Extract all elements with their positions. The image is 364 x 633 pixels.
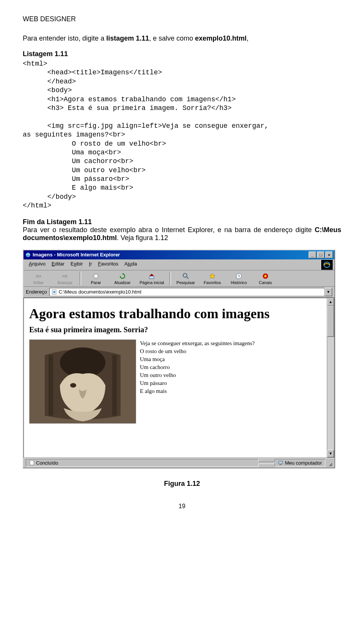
- after-text-2: . Veja figura 1.12: [117, 234, 168, 242]
- menu-arquivo[interactable]: Arquivo: [26, 260, 49, 269]
- addressbar: Endereço C:\Meus documentos\exemplo10.ht…: [24, 287, 334, 298]
- search-label: Pesquisar: [176, 280, 195, 285]
- refresh-button[interactable]: Atualizar: [109, 271, 136, 286]
- status-right-text: Meu computador: [285, 460, 322, 466]
- page-number: 19: [23, 503, 341, 510]
- stop-button[interactable]: Parar: [83, 271, 109, 286]
- svg-rect-13: [49, 355, 53, 416]
- address-value: C:\Meus documentos\exemplo10.html: [59, 289, 141, 295]
- intro-bold-1: listagem 1.11: [106, 35, 149, 42]
- content-text: Veja se conseguer enxergar, as seguintes…: [140, 339, 255, 424]
- svg-rect-15: [30, 460, 34, 465]
- back-button[interactable]: ⇦ Voltar: [25, 271, 52, 286]
- intro-bold-2: exemplo10.html: [195, 35, 246, 42]
- listing-title: Listagem 1.11: [23, 50, 341, 58]
- ie-logo-icon: [321, 259, 333, 270]
- ct-line2: O rosto de um velho: [140, 348, 186, 354]
- page-icon: [29, 460, 35, 465]
- menubar: Arquivo Editar Exibir Ir Favoritos Ajuda: [24, 259, 334, 270]
- ct-line6: Um pássaro: [140, 380, 167, 386]
- svg-point-11: [60, 347, 105, 378]
- channels-button[interactable]: Canais: [252, 271, 279, 286]
- after-listing-paragraph: Fim da Listagem 1.11 Para ver o resultad…: [23, 218, 341, 242]
- status-right: Meu computador: [275, 459, 325, 467]
- browser-content: Agora estamos trabalhando com imagens Es…: [24, 298, 334, 458]
- resize-grip[interactable]: [325, 459, 332, 466]
- ct-line3: Uma moça: [140, 356, 165, 362]
- history-icon: [235, 272, 242, 280]
- content-h3: Esta é sua primeira imagem. Sorria?: [29, 325, 329, 334]
- vertical-scrollbar[interactable]: ▲ ▼: [327, 298, 334, 457]
- status-left: Concluído: [26, 459, 259, 467]
- fim-listing-label: Fim da Listagem 1.11: [23, 218, 92, 226]
- scroll-up-button[interactable]: ▲: [327, 298, 334, 306]
- toolbar: ⇦ Voltar ⇨ Avançar Parar Atualizar Págin…: [24, 270, 334, 287]
- scroll-track[interactable]: [327, 337, 334, 450]
- titlebar: Imagens - Microsoft Internet Explorer _ …: [24, 250, 334, 259]
- code-listing: <html> <head><title>Imagens</title> </he…: [23, 60, 341, 210]
- svg-rect-17: [279, 464, 282, 465]
- svg-rect-3: [95, 275, 97, 277]
- forward-icon: ⇨: [62, 272, 68, 280]
- home-icon: [148, 272, 155, 280]
- menu-exibir[interactable]: Exibir: [67, 260, 86, 269]
- maximize-button[interactable]: □: [317, 251, 325, 258]
- favorites-button[interactable]: Favoritos: [199, 271, 226, 286]
- search-icon: [182, 272, 189, 280]
- forward-button[interactable]: ⇨ Avançar: [52, 271, 78, 286]
- svg-point-4: [183, 273, 187, 277]
- svg-line-5: [187, 277, 188, 279]
- svg-rect-14: [112, 355, 117, 416]
- menu-favoritos[interactable]: Favoritos: [95, 260, 121, 269]
- address-label: Endereço: [26, 289, 47, 295]
- back-label: Voltar: [33, 280, 44, 285]
- content-body: Veja se conseguer enxergar, as seguintes…: [29, 339, 329, 424]
- statusbar: Concluído Meu computador: [24, 458, 334, 468]
- back-icon: ⇦: [36, 272, 41, 280]
- ct-line7: E algo mais: [140, 388, 167, 394]
- browser-window: Imagens - Microsoft Internet Explorer _ …: [23, 250, 335, 468]
- menu-ir[interactable]: Ir: [86, 260, 95, 269]
- favorites-icon: [209, 272, 216, 280]
- channels-label: Canais: [259, 280, 272, 285]
- favorites-label: Favoritos: [204, 280, 221, 285]
- intro-text: Para entender isto, digite a: [23, 35, 106, 42]
- search-button[interactable]: Pesquisar: [173, 271, 199, 286]
- history-label: Histórico: [231, 280, 247, 285]
- menu-editar[interactable]: Editar: [49, 260, 67, 269]
- ct-line5: Um outro velho: [140, 372, 176, 378]
- stop-label: Parar: [91, 280, 101, 285]
- close-button[interactable]: ×: [325, 251, 333, 258]
- toolbar-separator: [80, 272, 81, 285]
- scroll-down-button[interactable]: ▼: [327, 450, 334, 457]
- ct-line4: Um cachorro: [140, 364, 170, 370]
- status-left-text: Concluído: [36, 460, 58, 466]
- page-header: WEB DESIGNER: [23, 15, 341, 23]
- intro-paragraph: Para entender isto, digite a listagem 1.…: [23, 35, 341, 42]
- scroll-thumb[interactable]: [327, 306, 334, 337]
- content-h1: Agora estamos trabalhando com imagens: [29, 306, 329, 322]
- svg-point-9: [53, 291, 55, 293]
- channels-icon: [262, 272, 269, 280]
- stop-icon: [93, 272, 99, 280]
- status-icon-box: [259, 462, 275, 464]
- page-icon: [51, 289, 57, 295]
- svg-point-1: [324, 262, 330, 267]
- history-button[interactable]: Histórico: [226, 271, 252, 286]
- ct-line1: Veja se conseguer enxergar, as seguintes…: [140, 340, 255, 346]
- menu-ajuda[interactable]: Ajuda: [121, 260, 140, 269]
- refresh-icon: [119, 272, 126, 280]
- minimize-button[interactable]: _: [309, 251, 316, 258]
- toolbar-separator: [169, 272, 171, 285]
- window-title: Imagens - Microsoft Internet Explorer: [33, 252, 308, 258]
- figure-caption: Figura 1.12: [23, 480, 341, 488]
- svg-rect-16: [279, 461, 282, 464]
- intro-text-3: ,: [246, 35, 248, 42]
- forward-label: Avançar: [57, 280, 72, 285]
- refresh-label: Atualizar: [115, 280, 131, 285]
- intro-text-2: , e salve como: [149, 35, 195, 42]
- address-field[interactable]: C:\Meus documentos\exemplo10.html: [49, 288, 325, 296]
- address-dropdown-button[interactable]: ▼: [325, 288, 332, 296]
- svg-point-12: [70, 383, 76, 388]
- home-button[interactable]: Página inicial: [136, 271, 168, 286]
